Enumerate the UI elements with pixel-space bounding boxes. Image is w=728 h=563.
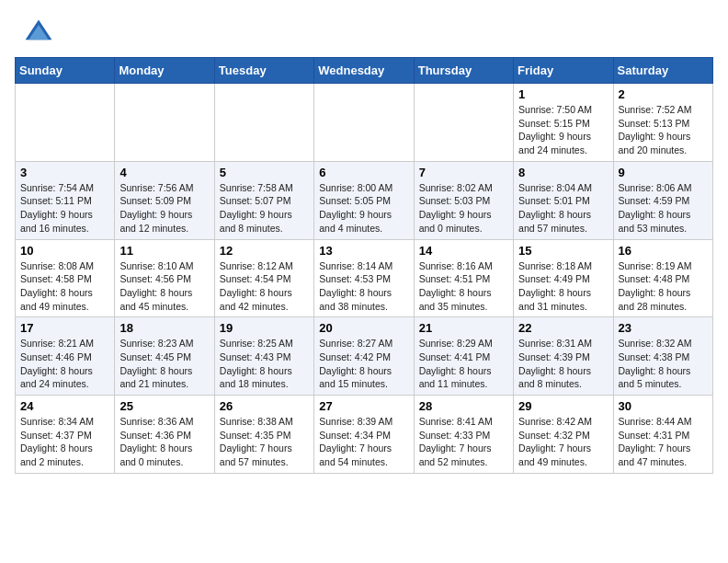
day-number: 4 <box>119 166 209 179</box>
weekday-header-row: SundayMondayTuesdayWednesdayThursdayFrid… <box>16 58 713 84</box>
day-number: 28 <box>419 399 508 413</box>
calendar-week-4: 17Sunrise: 8:21 AM Sunset: 4:46 PM Dayli… <box>16 317 713 396</box>
page-header <box>0 0 728 57</box>
day-info: Sunrise: 7:54 AM Sunset: 5:11 PM Dayligh… <box>20 181 109 236</box>
day-info: Sunrise: 8:12 AM Sunset: 4:54 PM Dayligh… <box>220 259 309 314</box>
day-number: 19 <box>220 321 309 335</box>
calendar-cell: 4Sunrise: 7:56 AM Sunset: 5:09 PM Daylig… <box>115 161 214 239</box>
calendar-cell: 15Sunrise: 8:18 AM Sunset: 4:49 PM Dayli… <box>514 239 613 317</box>
day-info: Sunrise: 8:42 AM Sunset: 4:32 PM Dayligh… <box>518 415 608 469</box>
calendar-cell: 12Sunrise: 8:12 AM Sunset: 4:54 PM Dayli… <box>214 239 313 317</box>
day-number: 5 <box>220 166 309 179</box>
day-info: Sunrise: 8:44 AM Sunset: 4:31 PM Dayligh… <box>619 415 708 469</box>
weekday-friday: Friday <box>514 58 613 84</box>
day-number: 25 <box>119 399 209 413</box>
day-info: Sunrise: 8:27 AM Sunset: 4:42 PM Dayligh… <box>319 337 408 391</box>
day-info: Sunrise: 8:39 AM Sunset: 4:34 PM Dayligh… <box>319 415 408 469</box>
day-number: 18 <box>119 321 209 335</box>
calendar-cell: 9Sunrise: 8:06 AM Sunset: 4:59 PM Daylig… <box>613 161 712 239</box>
day-info: Sunrise: 8:10 AM Sunset: 4:56 PM Dayligh… <box>119 259 209 314</box>
day-number: 8 <box>518 166 608 179</box>
calendar-wrapper: SundayMondayTuesdayWednesdayThursdayFrid… <box>0 57 728 485</box>
day-info: Sunrise: 7:58 AM Sunset: 5:07 PM Dayligh… <box>220 181 309 236</box>
day-number: 13 <box>319 244 408 258</box>
day-info: Sunrise: 7:56 AM Sunset: 5:09 PM Dayligh… <box>119 181 209 236</box>
calendar-cell: 26Sunrise: 8:38 AM Sunset: 4:35 PM Dayli… <box>214 396 313 474</box>
calendar-cell: 29Sunrise: 8:42 AM Sunset: 4:32 PM Dayli… <box>514 396 613 474</box>
day-number: 27 <box>319 399 408 413</box>
calendar-cell: 19Sunrise: 8:25 AM Sunset: 4:43 PM Dayli… <box>214 317 313 396</box>
day-info: Sunrise: 8:18 AM Sunset: 4:49 PM Dayligh… <box>518 259 608 314</box>
day-info: Sunrise: 7:52 AM Sunset: 5:13 PM Dayligh… <box>619 103 708 157</box>
day-number: 26 <box>220 399 309 413</box>
day-number: 10 <box>20 244 109 258</box>
day-number: 17 <box>20 321 109 335</box>
weekday-wednesday: Wednesday <box>314 58 414 84</box>
day-number: 7 <box>419 166 508 179</box>
day-info: Sunrise: 8:19 AM Sunset: 4:48 PM Dayligh… <box>619 259 708 314</box>
day-number: 14 <box>419 244 508 258</box>
calendar-cell <box>115 84 214 162</box>
calendar-week-3: 10Sunrise: 8:08 AM Sunset: 4:58 PM Dayli… <box>16 239 713 317</box>
calendar-cell: 5Sunrise: 7:58 AM Sunset: 5:07 PM Daylig… <box>214 161 313 239</box>
calendar-cell: 14Sunrise: 8:16 AM Sunset: 4:51 PM Dayli… <box>414 239 513 317</box>
day-number: 11 <box>119 244 209 258</box>
calendar-cell <box>214 84 313 162</box>
calendar-cell: 28Sunrise: 8:41 AM Sunset: 4:33 PM Dayli… <box>414 396 513 474</box>
day-info: Sunrise: 8:00 AM Sunset: 5:05 PM Dayligh… <box>319 181 408 236</box>
day-number: 1 <box>518 87 608 101</box>
calendar-cell: 3Sunrise: 7:54 AM Sunset: 5:11 PM Daylig… <box>16 161 115 239</box>
calendar-week-2: 3Sunrise: 7:54 AM Sunset: 5:11 PM Daylig… <box>16 161 713 239</box>
day-info: Sunrise: 8:08 AM Sunset: 4:58 PM Dayligh… <box>20 259 109 314</box>
calendar-table: SundayMondayTuesdayWednesdayThursdayFrid… <box>15 57 713 474</box>
day-info: Sunrise: 8:14 AM Sunset: 4:53 PM Dayligh… <box>319 259 408 314</box>
day-info: Sunrise: 8:06 AM Sunset: 4:59 PM Dayligh… <box>619 181 708 236</box>
calendar-cell: 25Sunrise: 8:36 AM Sunset: 4:36 PM Dayli… <box>115 396 214 474</box>
day-number: 6 <box>319 166 408 179</box>
calendar-week-5: 24Sunrise: 8:34 AM Sunset: 4:37 PM Dayli… <box>16 396 713 474</box>
calendar-cell: 11Sunrise: 8:10 AM Sunset: 4:56 PM Dayli… <box>115 239 214 317</box>
day-number: 30 <box>619 399 708 413</box>
day-info: Sunrise: 8:32 AM Sunset: 4:38 PM Dayligh… <box>619 337 708 391</box>
day-info: Sunrise: 8:21 AM Sunset: 4:46 PM Dayligh… <box>20 337 109 391</box>
day-number: 15 <box>518 244 608 258</box>
day-info: Sunrise: 8:38 AM Sunset: 4:35 PM Dayligh… <box>220 415 309 469</box>
day-info: Sunrise: 8:25 AM Sunset: 4:43 PM Dayligh… <box>220 337 309 391</box>
day-number: 16 <box>619 244 708 258</box>
calendar-cell: 27Sunrise: 8:39 AM Sunset: 4:34 PM Dayli… <box>314 396 414 474</box>
weekday-tuesday: Tuesday <box>214 58 313 84</box>
day-info: Sunrise: 8:34 AM Sunset: 4:37 PM Dayligh… <box>20 415 109 469</box>
day-info: Sunrise: 8:31 AM Sunset: 4:39 PM Dayligh… <box>518 337 608 391</box>
calendar-cell: 6Sunrise: 8:00 AM Sunset: 5:05 PM Daylig… <box>314 161 414 239</box>
day-number: 29 <box>518 399 608 413</box>
weekday-sunday: Sunday <box>16 58 115 84</box>
day-number: 21 <box>419 321 508 335</box>
weekday-thursday: Thursday <box>414 58 513 84</box>
calendar-cell: 18Sunrise: 8:23 AM Sunset: 4:45 PM Dayli… <box>115 317 214 396</box>
day-info: Sunrise: 8:16 AM Sunset: 4:51 PM Dayligh… <box>419 259 508 314</box>
calendar-cell: 16Sunrise: 8:19 AM Sunset: 4:48 PM Dayli… <box>613 239 712 317</box>
day-number: 20 <box>319 321 408 335</box>
calendar-cell: 20Sunrise: 8:27 AM Sunset: 4:42 PM Dayli… <box>314 317 414 396</box>
day-number: 2 <box>619 87 708 101</box>
weekday-monday: Monday <box>115 58 214 84</box>
day-number: 22 <box>518 321 608 335</box>
day-info: Sunrise: 8:41 AM Sunset: 4:33 PM Dayligh… <box>419 415 508 469</box>
calendar-cell: 24Sunrise: 8:34 AM Sunset: 4:37 PM Dayli… <box>16 396 115 474</box>
calendar-cell: 2Sunrise: 7:52 AM Sunset: 5:13 PM Daylig… <box>613 84 712 162</box>
day-info: Sunrise: 8:04 AM Sunset: 5:01 PM Dayligh… <box>518 181 608 236</box>
day-number: 24 <box>20 399 109 413</box>
calendar-week-1: 1Sunrise: 7:50 AM Sunset: 5:15 PM Daylig… <box>16 84 713 162</box>
calendar-cell <box>314 84 414 162</box>
day-number: 23 <box>619 321 708 335</box>
calendar-cell: 30Sunrise: 8:44 AM Sunset: 4:31 PM Dayli… <box>613 396 712 474</box>
calendar-cell <box>414 84 513 162</box>
day-number: 3 <box>20 166 109 179</box>
calendar-cell: 21Sunrise: 8:29 AM Sunset: 4:41 PM Dayli… <box>414 317 513 396</box>
day-info: Sunrise: 8:36 AM Sunset: 4:36 PM Dayligh… <box>119 415 209 469</box>
day-number: 9 <box>619 166 708 179</box>
calendar-cell: 10Sunrise: 8:08 AM Sunset: 4:58 PM Dayli… <box>16 239 115 317</box>
calendar-cell: 8Sunrise: 8:04 AM Sunset: 5:01 PM Daylig… <box>514 161 613 239</box>
day-info: Sunrise: 8:29 AM Sunset: 4:41 PM Dayligh… <box>419 337 508 391</box>
calendar-cell <box>16 84 115 162</box>
